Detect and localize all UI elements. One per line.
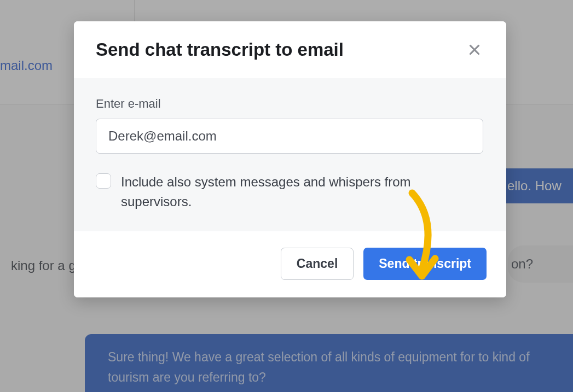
modal-header: Send chat transcript to email bbox=[74, 21, 506, 78]
email-label: Enter e-mail bbox=[96, 97, 483, 111]
send-transcript-button[interactable]: Send transcript bbox=[363, 248, 487, 280]
cancel-button[interactable]: Cancel bbox=[281, 248, 354, 280]
send-transcript-modal: Send chat transcript to email Enter e-ma… bbox=[74, 21, 506, 297]
modal-title: Send chat transcript to email bbox=[96, 39, 344, 60]
email-input[interactable] bbox=[96, 119, 483, 154]
checkbox-label: Include also system messages and whisper… bbox=[121, 172, 483, 212]
checkbox-row: Include also system messages and whisper… bbox=[96, 172, 483, 212]
modal-body: Enter e-mail Include also system message… bbox=[74, 78, 506, 231]
include-system-checkbox[interactable] bbox=[96, 173, 111, 189]
close-icon bbox=[467, 43, 482, 57]
modal-footer: Cancel Send transcript bbox=[74, 231, 506, 297]
close-button[interactable] bbox=[466, 41, 483, 58]
